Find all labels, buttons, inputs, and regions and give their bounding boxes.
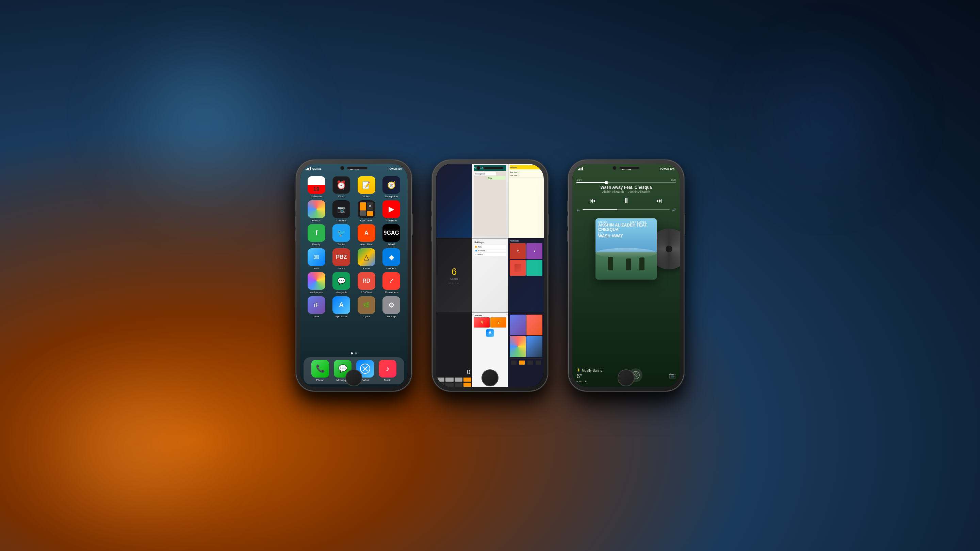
- app-hangouts[interactable]: 💬 Hangouts: [330, 272, 353, 294]
- page-dot-2[interactable]: [355, 353, 357, 354]
- multitasking-screen: What is App Message text Reply Notes Not…: [436, 164, 544, 387]
- page-dot-1[interactable]: [351, 353, 353, 354]
- 9gag-label: 9GAG: [388, 243, 395, 246]
- cydia-label: Cydia: [363, 315, 370, 318]
- mt-card-settings[interactable]: Settings 📶Wi-Fi 🔷Bluetooth ⚙General: [472, 238, 508, 312]
- app-twitter[interactable]: 🐦 Twitter: [330, 224, 353, 246]
- mute-button-1[interactable]: [295, 201, 296, 211]
- reminders-label: Reminders: [385, 291, 398, 294]
- feedly-label: Feedly: [312, 243, 321, 246]
- app-cydia[interactable]: 🌿 Cydia: [355, 296, 378, 318]
- power-button-3[interactable]: [684, 214, 685, 235]
- nebula-2: [0, 381, 272, 517]
- hangouts-icon: 💬: [332, 272, 350, 290]
- mute-button-3[interactable]: [567, 201, 568, 211]
- reminders-icon: ✓: [382, 272, 400, 290]
- screen-wrapper-1: SIGNAL 15:46 POWER 41% 19 Calendar: [300, 164, 408, 387]
- app-mail[interactable]: ✉ Mail: [305, 248, 328, 270]
- left-buttons-2: [431, 201, 432, 241]
- dock-music[interactable]: ♪ Music: [379, 360, 396, 382]
- iphone-1: SIGNAL 15:46 POWER 41% 19 Calendar: [296, 160, 412, 391]
- power-button-1[interactable]: [412, 214, 413, 235]
- youtube-icon: ▶: [382, 200, 400, 218]
- volume-down-1[interactable]: [295, 230, 296, 241]
- pause-button[interactable]: ⏸: [622, 196, 630, 205]
- app-photos[interactable]: Photos: [305, 200, 328, 222]
- mt-card-clock[interactable]: 6 Osijek M T W T F S S: [436, 238, 472, 312]
- music-label: Music: [384, 379, 391, 382]
- home-button-2[interactable]: [482, 369, 498, 386]
- app-youtube[interactable]: ▶ YouTube: [380, 200, 403, 222]
- status-right-1: POWER 41%: [388, 168, 402, 170]
- camera-label: Camera: [337, 219, 346, 222]
- volume-track[interactable]: [582, 209, 670, 210]
- progress-times: 1:14 -3:28: [576, 178, 676, 181]
- navigation-label: Navigation: [385, 195, 398, 198]
- app-dropbox[interactable]: ◆ Dropbox: [380, 248, 403, 270]
- app-ifile[interactable]: iF iFile: [305, 296, 328, 318]
- dock-phone[interactable]: 📞 Phone: [311, 360, 329, 382]
- youtube-label: YouTube: [386, 219, 397, 222]
- left-buttons-1: [295, 201, 296, 241]
- home-button-3[interactable]: [617, 369, 635, 386]
- dropbox-icon: ◆: [382, 248, 400, 266]
- mail-label: Mail: [314, 267, 319, 270]
- mt-card-music-app[interactable]: [508, 313, 544, 387]
- iphone-3-top-bar: [612, 166, 640, 170]
- mt-card-homescreen[interactable]: [436, 164, 472, 238]
- progress-track[interactable]: [576, 182, 676, 183]
- volume-down-3[interactable]: [567, 230, 568, 241]
- app-reminders[interactable]: ✓ Reminders: [380, 272, 403, 294]
- power-button-2[interactable]: [548, 214, 549, 235]
- app-drive[interactable]: △ Drive: [355, 248, 378, 270]
- volume-high-icon: 🔊: [672, 208, 676, 211]
- app-alienblue[interactable]: A Alien Blue: [355, 224, 378, 246]
- app-rdclient[interactable]: RD RD Client: [355, 272, 378, 294]
- app-appstore[interactable]: A App Store: [330, 296, 353, 318]
- camera-bottom-icon[interactable]: 📷: [669, 372, 676, 379]
- mt-card-whatsapp[interactable]: What is App Message text Reply: [472, 164, 508, 238]
- music-icon: ♪: [379, 360, 396, 378]
- camera-icon: 📷: [332, 200, 350, 218]
- app-clock[interactable]: ⏰ Clock: [330, 176, 353, 198]
- signal-icon: [305, 167, 311, 170]
- mt-card-podcasts[interactable]: Podcasts 🎙 🎙: [508, 238, 544, 312]
- iphone-2-top-bar: [476, 166, 504, 170]
- fastforward-button[interactable]: ⏭: [656, 197, 662, 205]
- mute-button-2[interactable]: [431, 201, 432, 211]
- app-camera[interactable]: 📷 Camera: [330, 200, 353, 222]
- home-button-1[interactable]: [345, 369, 363, 386]
- app-wallpapers[interactable]: Wallpapers: [305, 272, 328, 294]
- progress-thumb[interactable]: [605, 181, 608, 184]
- weather-info: ☀ Mostly Sunny 6° H 6 L -3: [576, 367, 602, 383]
- mt-card-calculator[interactable]: 0: [436, 313, 472, 387]
- volume-down-2[interactable]: [431, 230, 432, 241]
- settings-icon: ⚙: [382, 296, 400, 314]
- volume-up-1[interactable]: [295, 216, 296, 227]
- volume-up-2[interactable]: [431, 216, 432, 227]
- front-camera-1: [340, 166, 344, 170]
- rewind-button[interactable]: ⏮: [590, 197, 596, 205]
- app-settings[interactable]: ⚙ Settings: [380, 296, 403, 318]
- ifile-icon: iF: [308, 296, 325, 314]
- screen-wrapper-3: 15:46 POWER 41% 1:14 -3:28: [572, 164, 680, 387]
- app-pbz[interactable]: PBZ mPBZ: [330, 248, 353, 270]
- album-text: STEREO COLD BUSTED AKSHIN ALIZADEH FEAT.…: [598, 221, 654, 239]
- app-navigation[interactable]: 🧭 Navigation: [380, 176, 403, 198]
- app-calendar[interactable]: 19 Calendar: [305, 176, 328, 198]
- app-notes[interactable]: 📝 Notes: [355, 176, 378, 198]
- calendar-label: Calendar: [311, 195, 322, 198]
- clock-label: Clock: [338, 195, 345, 198]
- appstore-label: App Store: [335, 315, 347, 318]
- mt-card-notes[interactable]: Notes Note item 1 Note item 2: [508, 164, 544, 238]
- weather-details: H 6 L -3: [576, 380, 602, 383]
- drive-icon: △: [358, 248, 375, 266]
- app-feedly[interactable]: f Feedly: [305, 224, 328, 246]
- volume-up-3[interactable]: [567, 216, 568, 227]
- rdclient-label: RD Client: [361, 291, 372, 294]
- app-9gag[interactable]: 9GAG 9GAG: [380, 224, 403, 246]
- 9gag-icon: 9GAG: [382, 224, 400, 242]
- left-buttons-3: [567, 201, 568, 241]
- app-calculator[interactable]: × Calculator: [355, 200, 378, 222]
- music-screen: 15:46 POWER 41% 1:14 -3:28: [572, 164, 680, 387]
